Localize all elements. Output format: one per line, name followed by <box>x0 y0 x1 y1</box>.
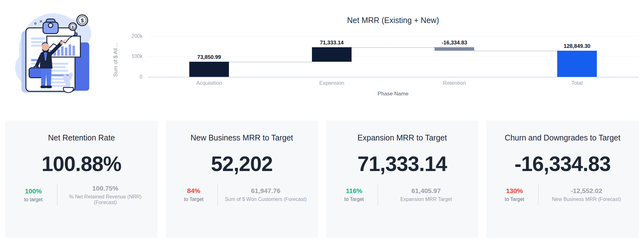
waterfall-bar-expansion[interactable] <box>312 47 352 62</box>
kpi-card-expansion-mrr: Expansion MRR to Target 71,333.14 116% t… <box>326 121 478 238</box>
waterfall-plot: 0100k200k73,850.9971,333.14-16,334.83128… <box>148 29 638 77</box>
target-pct: 100% <box>10 187 57 195</box>
target-pct: 130% <box>491 187 538 195</box>
x-axis-category-acquisition: Acquisition <box>148 80 270 86</box>
target-label: to Target <box>491 197 538 202</box>
svg-text:$: $ <box>81 18 84 23</box>
hero-illustration: $ $ <box>13 6 96 93</box>
x-axis-title: Phase Name <box>148 91 638 97</box>
x-axis-category-retention: Retention <box>393 80 516 86</box>
waterfall-connector <box>352 47 435 48</box>
kpi-card-new-business-mrr: New Business MRR to Target 52,202 84% to… <box>166 121 318 238</box>
card-title: Net Retention Rate <box>48 133 115 142</box>
waterfall-bar-acquisition[interactable] <box>189 62 229 77</box>
person-presenting-chart-icon: $ $ <box>13 6 96 93</box>
dashboard: $ $ <box>0 0 644 240</box>
secondary-value: 61,947.76 <box>218 187 314 195</box>
secondary-value: 100.75% <box>58 185 153 192</box>
bar-value-label: 71,333.14 <box>297 40 366 46</box>
target-pct: 84% <box>170 187 217 195</box>
kpi-card-net-retention-rate: Net Retention Rate 100.88% 100% to targe… <box>5 121 158 238</box>
chart-title: Net MRR (Existing + New) <box>148 16 638 25</box>
card-title: New Business MRR to Target <box>191 133 293 142</box>
card-value: 71,333.14 <box>358 152 447 176</box>
card-value: -16,334.83 <box>514 152 611 176</box>
secondary-label: % Net Retained Revenue (NRR) (Forecast) <box>58 194 153 205</box>
kpi-card-churn-downgrades: Churn and Downgrades to Target -16,334.8… <box>486 121 639 238</box>
bar-value-label: -16,334.83 <box>420 40 489 46</box>
target-pct: 116% <box>330 187 378 195</box>
secondary-value: -12,552.02 <box>539 187 634 195</box>
waterfall-bar-total[interactable] <box>557 51 597 77</box>
target-label: to Target <box>170 197 217 202</box>
card-value: 100.88% <box>42 152 121 176</box>
y-axis-tick: 0 <box>119 74 142 80</box>
x-axis-category-total: Total <box>516 80 638 86</box>
waterfall-connector <box>474 51 557 51</box>
target-label: to target <box>10 197 57 203</box>
chart-area: Sum of $ All ... 0100k200k73,850.9971,33… <box>148 29 638 77</box>
secondary-label: Expansion MRR Target <box>378 197 474 202</box>
y-axis-tick: 200k <box>119 33 142 39</box>
target-label: to Target <box>330 197 378 202</box>
card-title: Expansion MRR to Target <box>358 133 447 142</box>
secondary-label: Sum of $ Won Customers (Forecast) <box>218 197 314 202</box>
svg-text:$: $ <box>72 25 74 29</box>
x-axis-categories: Acquisition Expansion Retention Total <box>148 80 638 86</box>
waterfall-bar-retention[interactable] <box>435 47 474 51</box>
card-title: Churn and Downgrades to Target <box>505 133 620 142</box>
x-axis-category-expansion: Expansion <box>270 80 393 86</box>
card-value: 52,202 <box>211 152 273 176</box>
y-axis-tick: 100k <box>119 54 142 59</box>
bar-value-label: 128,849.30 <box>542 43 612 49</box>
gridline <box>148 36 638 37</box>
waterfall-connector <box>229 62 312 62</box>
secondary-label: New Business MRR (Forecast) <box>539 197 634 202</box>
gridline <box>148 77 638 77</box>
kpi-card-row: Net Retention Rate 100.88% 100% to targe… <box>5 121 639 238</box>
bar-value-label: 73,850.99 <box>175 54 244 60</box>
secondary-value: 61,405.97 <box>378 187 474 195</box>
y-axis-label: Sum of $ All ... <box>113 29 119 77</box>
